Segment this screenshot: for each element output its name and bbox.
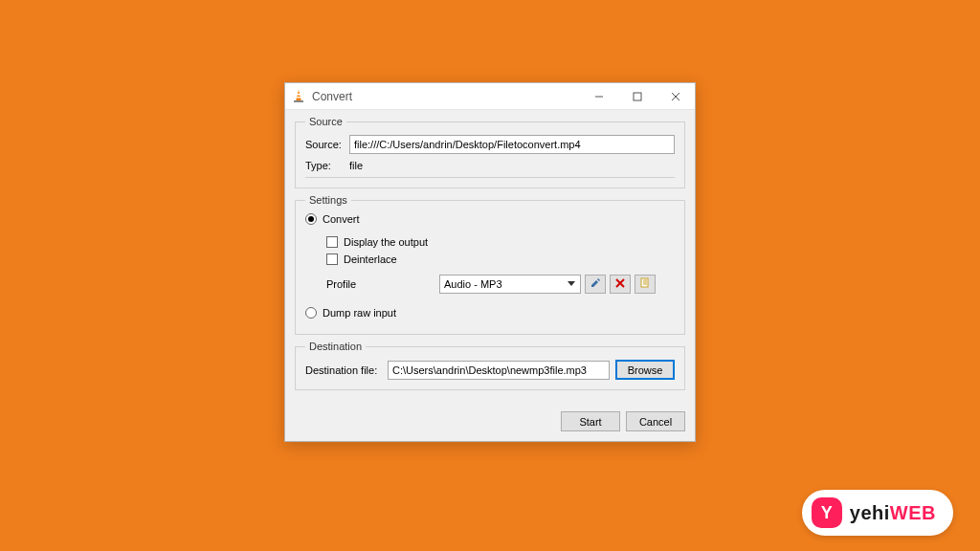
start-button[interactable]: Start bbox=[561, 411, 620, 431]
dump-raw-label: Dump raw input bbox=[323, 307, 396, 319]
start-button-label: Start bbox=[579, 416, 601, 428]
svg-marker-8 bbox=[568, 281, 575, 286]
profile-select[interactable]: Audio - MP3 bbox=[439, 275, 581, 294]
minimize-button[interactable] bbox=[580, 83, 618, 109]
deinterlace-label: Deinterlace bbox=[344, 253, 397, 265]
display-output-row[interactable]: Display the output bbox=[326, 236, 675, 248]
close-button[interactable] bbox=[657, 83, 695, 109]
dump-raw-radio[interactable] bbox=[305, 307, 317, 319]
svg-rect-2 bbox=[297, 97, 301, 99]
profile-value: Audio - MP3 bbox=[444, 278, 502, 290]
maximize-button[interactable] bbox=[618, 83, 657, 109]
deinterlace-checkbox[interactable] bbox=[326, 253, 338, 265]
svg-rect-5 bbox=[634, 93, 641, 100]
titlebar[interactable]: Convert bbox=[285, 83, 695, 110]
source-label: Source: bbox=[305, 139, 349, 150]
dialog-content: Source Source: Type: file Settings Conve… bbox=[285, 110, 695, 404]
settings-legend: Settings bbox=[305, 194, 351, 206]
edit-profile-button[interactable] bbox=[585, 275, 606, 294]
cancel-button[interactable]: Cancel bbox=[626, 411, 685, 431]
delete-profile-button[interactable] bbox=[610, 275, 631, 294]
svg-rect-3 bbox=[294, 100, 303, 102]
browse-button-label: Browse bbox=[628, 364, 663, 376]
destination-group: Destination Destination file: Browse bbox=[295, 341, 685, 390]
dump-raw-radio-row[interactable]: Dump raw input bbox=[305, 307, 675, 319]
source-legend: Source bbox=[305, 116, 346, 127]
vlc-cone-icon bbox=[291, 89, 306, 104]
destination-label: Destination file: bbox=[305, 364, 382, 376]
destination-input[interactable] bbox=[388, 361, 610, 380]
button-bar: Start Cancel bbox=[285, 404, 695, 441]
window-title: Convert bbox=[312, 90, 580, 103]
new-file-icon bbox=[639, 277, 651, 291]
svg-marker-0 bbox=[296, 90, 301, 101]
convert-radio-label: Convert bbox=[323, 213, 360, 225]
convert-radio[interactable] bbox=[305, 213, 317, 225]
display-output-label: Display the output bbox=[344, 236, 428, 248]
deinterlace-row[interactable]: Deinterlace bbox=[326, 253, 675, 265]
browse-button[interactable]: Browse bbox=[615, 360, 675, 380]
convert-radio-row[interactable]: Convert bbox=[305, 213, 675, 225]
new-profile-button[interactable] bbox=[635, 275, 656, 294]
cancel-button-label: Cancel bbox=[639, 416, 672, 428]
profile-label: Profile bbox=[326, 278, 435, 290]
convert-dialog: Convert Source Source: Ty bbox=[284, 82, 696, 442]
delete-x-icon bbox=[615, 278, 625, 290]
wrench-icon bbox=[590, 277, 601, 291]
destination-legend: Destination bbox=[305, 341, 366, 352]
type-value: file bbox=[349, 160, 363, 171]
badge-text: yehiWEB bbox=[850, 502, 936, 524]
window-controls bbox=[580, 83, 695, 109]
source-input[interactable] bbox=[349, 135, 675, 154]
settings-group: Settings Convert Display the output Dein… bbox=[295, 194, 685, 335]
chevron-down-icon bbox=[565, 277, 578, 291]
type-label: Type: bbox=[305, 160, 349, 171]
source-group: Source Source: Type: file bbox=[295, 116, 685, 188]
yehiweb-badge: Y yehiWEB bbox=[802, 490, 953, 536]
badge-logo-icon: Y bbox=[812, 497, 842, 528]
svg-rect-1 bbox=[297, 94, 301, 96]
separator bbox=[305, 177, 675, 178]
display-output-checkbox[interactable] bbox=[326, 236, 338, 248]
